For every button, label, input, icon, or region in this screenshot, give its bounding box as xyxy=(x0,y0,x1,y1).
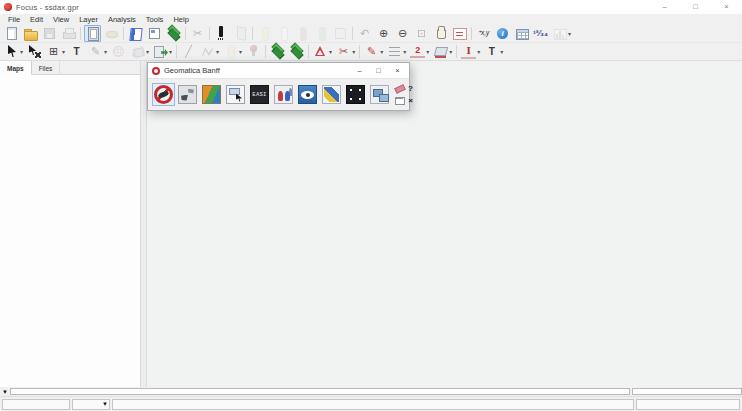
fly-button[interactable] xyxy=(296,83,319,106)
banff-maximize-button[interactable]: □ xyxy=(369,63,388,78)
notes-button[interactable] xyxy=(127,25,144,42)
menu-help[interactable]: Help xyxy=(168,14,193,25)
select-button[interactable]: ▾ xyxy=(3,43,24,60)
banff-title-bar[interactable]: Geomatica Banff – □ × xyxy=(148,63,409,79)
graticule-button[interactable] xyxy=(110,43,127,60)
focus-button[interactable] xyxy=(152,83,175,106)
window-view-button[interactable] xyxy=(332,25,349,42)
save-button[interactable] xyxy=(41,25,58,42)
edit-vertex-button[interactable] xyxy=(26,43,43,60)
orthoengine-button[interactable] xyxy=(176,83,199,106)
menu-analysis[interactable]: Analysis xyxy=(103,14,141,25)
dropdown-arrow-icon[interactable]: ▾ xyxy=(20,48,23,55)
numeric-values-button[interactable]: ¹²⁄₃₄ xyxy=(532,25,549,42)
scroll-corner-button[interactable]: ▼ xyxy=(0,387,10,396)
horizontal-scrollbar[interactable] xyxy=(10,388,630,395)
print-button[interactable] xyxy=(60,25,77,42)
dropdown-arrow-icon[interactable]: ▾ xyxy=(477,48,480,55)
layer-back-button[interactable] xyxy=(288,43,305,60)
horizontal-scrollbar-right[interactable] xyxy=(632,388,742,395)
panel-button[interactable] xyxy=(394,94,405,106)
fill-bucket-button[interactable]: ▾ xyxy=(129,43,150,60)
dropdown-arrow-icon[interactable]: ▾ xyxy=(568,30,571,37)
dropdown-arrow-icon[interactable]: ▾ xyxy=(352,48,355,55)
explorer-button[interactable] xyxy=(272,83,295,106)
shape-tool-button[interactable]: ▾ xyxy=(222,43,243,60)
banff-close-button[interactable]: × xyxy=(388,63,407,78)
symbol-tool-button[interactable] xyxy=(245,43,262,60)
style-pencil-button[interactable]: ✎▾ xyxy=(363,43,384,60)
tab-maps[interactable]: Maps xyxy=(0,61,32,75)
line-style-button[interactable]: ▾ xyxy=(386,43,407,60)
tab-files[interactable]: Files xyxy=(32,61,61,74)
zoom-out-button[interactable]: ⊖ xyxy=(394,25,411,42)
close-tools-button[interactable]: × xyxy=(405,94,416,106)
dropdown-arrow-icon[interactable]: ▾ xyxy=(146,48,149,55)
status-dropdown-icon[interactable]: ▼ xyxy=(102,401,109,407)
open-button[interactable] xyxy=(22,25,39,42)
frame-button[interactable] xyxy=(344,83,367,106)
banff-minimize-button[interactable]: – xyxy=(350,63,369,78)
palette-green-button[interactable] xyxy=(313,25,330,42)
menu-file[interactable]: File xyxy=(3,14,25,25)
text-italic-style-button[interactable]: I▾ xyxy=(460,43,481,60)
modeler-button[interactable] xyxy=(224,83,247,106)
help-button[interactable]: ? xyxy=(405,82,416,94)
dropdown-arrow-icon[interactable]: ▾ xyxy=(239,48,242,55)
link-button[interactable] xyxy=(103,25,120,42)
dropdown-arrow-icon[interactable]: ▾ xyxy=(380,48,383,55)
dropdown-arrow-icon[interactable]: ▾ xyxy=(169,48,172,55)
line-tool-button[interactable]: ╱ xyxy=(180,43,197,60)
minimize-button[interactable]: – xyxy=(649,0,680,14)
text-tool-button[interactable]: T xyxy=(68,43,85,60)
clip-tool-button[interactable]: ✂▾ xyxy=(335,43,356,60)
palette-red-button[interactable] xyxy=(294,25,311,42)
pan-grid-button[interactable]: ⊞▾ xyxy=(45,43,66,60)
cursor-position-button[interactable]: ⁺x,y xyxy=(475,25,492,42)
layers-button[interactable] xyxy=(165,25,182,42)
menu-layer[interactable]: Layer xyxy=(74,14,103,25)
maximize-button[interactable]: □ xyxy=(680,0,711,14)
identify-button[interactable]: i xyxy=(494,25,511,42)
label-style-button[interactable]: 2▾ xyxy=(409,43,430,60)
dropdown-arrow-icon[interactable]: ▾ xyxy=(62,48,65,55)
text-style-button[interactable]: T▾ xyxy=(483,43,504,60)
new-project-button[interactable] xyxy=(3,25,20,42)
dropdown-arrow-icon[interactable]: ▾ xyxy=(426,48,429,55)
area-select-button[interactable]: ▾ xyxy=(312,43,333,60)
dropdown-arrow-icon[interactable]: ▾ xyxy=(104,48,107,55)
dropdown-arrow-icon[interactable]: ▾ xyxy=(403,48,406,55)
undo-view-button[interactable]: ↶ xyxy=(356,25,373,42)
fill-style-button[interactable]: ▾ xyxy=(432,43,453,60)
map-mosaic-button[interactable] xyxy=(200,83,223,106)
sidebar-content[interactable] xyxy=(0,75,140,387)
attribute-table-button[interactable] xyxy=(513,25,530,42)
license-button[interactable] xyxy=(394,82,405,94)
menu-view[interactable]: View xyxy=(48,14,74,25)
clipboard-button[interactable] xyxy=(84,25,101,42)
workstation-button[interactable] xyxy=(368,83,391,106)
dropdown-arrow-icon[interactable]: ▾ xyxy=(329,48,332,55)
chart-button[interactable]: ▾ xyxy=(551,25,572,42)
easi-button[interactable]: EASI xyxy=(248,83,271,106)
layer-front-button[interactable] xyxy=(269,43,286,60)
zoom-scale-button[interactable] xyxy=(451,25,468,42)
menu-edit[interactable]: Edit xyxy=(25,14,48,25)
menu-tools[interactable]: Tools xyxy=(141,14,169,25)
cut-button[interactable]: ✂ xyxy=(189,25,206,42)
import-layer-button[interactable]: ▾ xyxy=(152,43,173,60)
dropdown-arrow-icon[interactable]: ▾ xyxy=(449,48,452,55)
zoom-in-button[interactable]: ⊕ xyxy=(375,25,392,42)
dropdown-arrow-icon[interactable]: ▾ xyxy=(500,48,503,55)
panel-splitter[interactable] xyxy=(140,61,147,387)
pan-button[interactable] xyxy=(432,25,449,42)
page-flip-button[interactable] xyxy=(232,25,249,42)
palette-yellow-button[interactable] xyxy=(256,25,273,42)
zoom-full-button[interactable]: ⊡ xyxy=(413,25,430,42)
close-button[interactable]: × xyxy=(711,0,742,14)
dropdown-arrow-icon[interactable]: ▾ xyxy=(216,48,219,55)
polyline-tool-button[interactable]: ▾ xyxy=(199,43,220,60)
draw-button[interactable]: ✎▾ xyxy=(87,43,108,60)
swipe-button[interactable] xyxy=(213,25,230,42)
properties-button[interactable] xyxy=(146,25,163,42)
